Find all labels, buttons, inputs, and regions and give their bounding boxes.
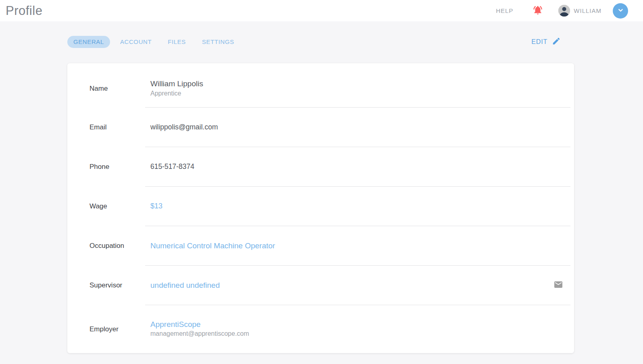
user-avatar[interactable] xyxy=(558,5,570,17)
occupation-link[interactable]: Numerical Control Machine Operator xyxy=(150,241,275,250)
field-label: Supervisor xyxy=(89,281,145,289)
field-label: Phone xyxy=(89,163,145,171)
wage-value[interactable]: $13 xyxy=(150,202,162,210)
bell-icon xyxy=(533,5,543,17)
tab-settings[interactable]: SETTINGS xyxy=(196,36,240,48)
pencil-icon xyxy=(547,37,561,47)
role-subvalue: Apprentice xyxy=(150,89,203,98)
notifications-button[interactable] xyxy=(533,5,543,17)
profile-row-wage: Wage $13 xyxy=(67,187,574,226)
edit-button-label: EDIT xyxy=(531,38,547,46)
envelope-icon xyxy=(554,280,563,291)
field-label: Employer xyxy=(89,325,145,333)
field-label: Wage xyxy=(89,202,145,210)
tab-general[interactable]: GENERAL xyxy=(67,36,110,48)
header-actions: HELP WILLIAM xyxy=(496,3,628,19)
phone-value: 615-517-8374 xyxy=(150,162,194,171)
profile-row-email: Email wilippolis@gmail.com xyxy=(67,108,574,147)
field-label: Email xyxy=(89,123,145,131)
top-header: Profile HELP WILLIAM xyxy=(0,0,643,21)
tab-files[interactable]: FILES xyxy=(162,36,192,48)
tab-account[interactable]: ACCOUNT xyxy=(114,36,158,48)
username-label: WILLIAM xyxy=(574,7,601,14)
profile-card: Name William Lippolis Apprentice Email w… xyxy=(67,63,574,353)
page-title: Profile xyxy=(6,4,42,18)
employer-link[interactable]: ApprentiScope xyxy=(150,320,249,329)
email-supervisor-button[interactable] xyxy=(554,281,563,290)
supervisor-link[interactable]: undefined undefined xyxy=(150,281,220,290)
profile-row-supervisor: Supervisor undefined undefined xyxy=(67,266,574,305)
user-menu-button[interactable] xyxy=(613,3,628,19)
chevron-down-icon xyxy=(617,7,624,15)
profile-row-occupation: Occupation Numerical Control Machine Ope… xyxy=(67,226,574,266)
field-label: Occupation xyxy=(89,242,145,250)
profile-tabs: GENERAL ACCOUNT FILES SETTINGS EDIT xyxy=(67,35,574,48)
help-link[interactable]: HELP xyxy=(496,7,513,14)
field-label: Name xyxy=(89,85,145,93)
employer-email-subvalue: management@apprentiscope.com xyxy=(150,329,249,339)
profile-row-phone: Phone 615-517-8374 xyxy=(67,147,574,187)
name-value: William Lippolis xyxy=(150,79,203,89)
profile-row-employer: Employer ApprentiScope management@appren… xyxy=(67,305,574,353)
edit-button[interactable]: EDIT xyxy=(531,37,561,47)
profile-row-name: Name William Lippolis Apprentice xyxy=(67,63,574,108)
email-value: wilippolis@gmail.com xyxy=(150,123,218,131)
